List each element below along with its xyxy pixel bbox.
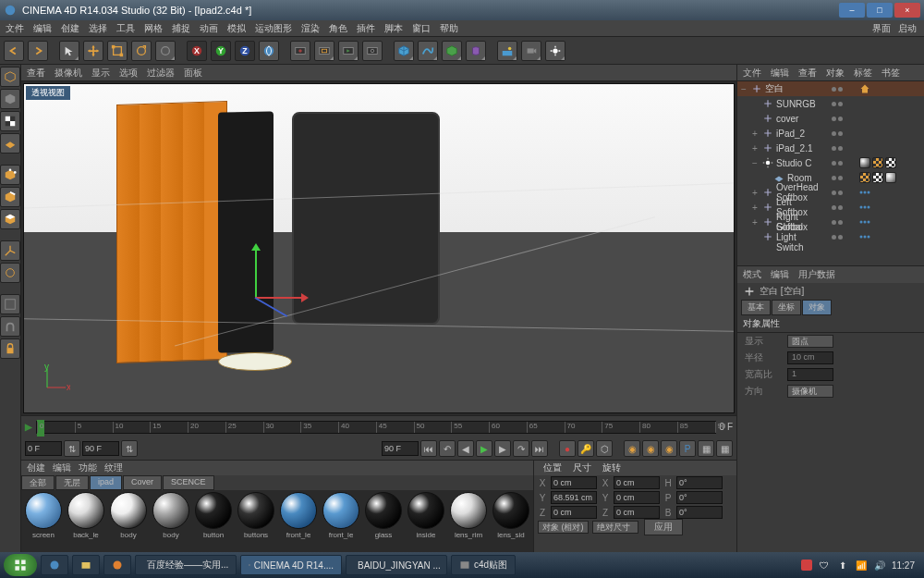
render-region[interactable] xyxy=(314,41,334,61)
visibility-dots[interactable] xyxy=(819,161,856,166)
menu-startup[interactable]: 启动 xyxy=(898,22,917,35)
mat-menu-create[interactable]: 创建 xyxy=(27,461,45,474)
object-tags[interactable] xyxy=(856,83,924,94)
axis-mode[interactable] xyxy=(0,240,20,261)
attr-value-input[interactable]: 10 cm xyxy=(787,351,833,364)
vp-options[interactable]: 选项 xyxy=(119,67,138,80)
attr-value-input[interactable]: 1 xyxy=(787,368,833,381)
object-tags[interactable] xyxy=(856,187,924,198)
material-layer-tab[interactable]: Cover xyxy=(123,475,162,490)
preview-end-input[interactable] xyxy=(382,441,419,456)
menu-window[interactable]: 窗口 xyxy=(412,22,431,35)
tag-icon[interactable] xyxy=(859,216,870,228)
z-axis-lock[interactable]: Z xyxy=(235,41,255,61)
tweak-toggle[interactable] xyxy=(0,263,20,283)
vp-filter[interactable]: 过滤器 xyxy=(147,67,175,80)
expand-toggle[interactable]: + xyxy=(752,203,761,213)
attr-select[interactable]: 摄像机 xyxy=(787,385,833,398)
menu-tools[interactable]: 工具 xyxy=(116,22,135,35)
expand-toggle[interactable]: + xyxy=(752,188,761,198)
visibility-dots[interactable] xyxy=(819,176,856,180)
pos-x-input[interactable] xyxy=(551,476,597,489)
material-layer-tab[interactable]: 无层 xyxy=(55,475,89,490)
rot-h-input[interactable] xyxy=(676,476,723,489)
key-selection-button[interactable]: ⬡ xyxy=(596,440,613,457)
menu-help[interactable]: 帮助 xyxy=(440,22,458,35)
material-item[interactable]: glass xyxy=(363,492,404,550)
close-button[interactable]: × xyxy=(894,3,920,18)
menu-file[interactable]: 文件 xyxy=(6,22,24,35)
tag-icon[interactable] xyxy=(885,172,896,183)
record-button[interactable]: ● xyxy=(559,440,576,457)
tray-icon[interactable] xyxy=(801,560,812,571)
key-pla-button[interactable]: ▦ xyxy=(698,440,714,457)
home-tag-icon[interactable] xyxy=(859,83,870,94)
mat-menu-edit[interactable]: 编辑 xyxy=(53,461,71,474)
object-tags[interactable] xyxy=(856,216,924,228)
object-tree-row[interactable]: +iPad_2 xyxy=(737,126,924,141)
tray-update-icon[interactable]: ⬆ xyxy=(836,559,849,572)
menu-mograph[interactable]: 运动图形 xyxy=(255,22,292,35)
expand-toggle[interactable]: + xyxy=(752,217,761,228)
material-item[interactable]: lens_sid xyxy=(491,492,531,550)
taskbar-app[interactable]: 百度经验——实用... xyxy=(135,555,237,575)
vp-camera[interactable]: 摄像机 xyxy=(55,67,82,80)
x-axis-lock[interactable]: X xyxy=(187,41,207,61)
make-editable[interactable] xyxy=(0,67,20,87)
object-tree-row[interactable]: −Studio C xyxy=(737,155,924,170)
menu-sim[interactable]: 模拟 xyxy=(227,22,246,35)
coord-apply-button[interactable]: 应用 xyxy=(644,519,683,535)
menu-create[interactable]: 创建 xyxy=(61,22,79,35)
taskbar-app[interactable]: BAIDU_JINGYAN ... xyxy=(346,555,447,575)
points-mode[interactable] xyxy=(0,165,20,185)
render-settings[interactable] xyxy=(362,41,383,61)
viewport[interactable]: 透视视图 xy xyxy=(23,83,735,413)
step-fwd-button[interactable]: ▶ xyxy=(494,440,511,457)
material-item[interactable]: front_le xyxy=(278,492,319,550)
snap-toggle[interactable] xyxy=(0,316,20,337)
step-back-button[interactable]: ◀ xyxy=(457,440,474,457)
key-opts-button[interactable]: ▦ xyxy=(716,440,733,457)
material-item[interactable]: body xyxy=(151,492,191,550)
timeline[interactable]: ▶ 051015202530354045505560657075808590 0… xyxy=(21,415,736,437)
material-layer-tab[interactable]: ipad xyxy=(90,475,122,490)
object-tags[interactable] xyxy=(856,157,924,168)
size-z-input[interactable] xyxy=(614,506,660,519)
vp-view[interactable]: 查看 xyxy=(27,67,45,80)
object-tree-row[interactable]: +OverHead Softbox xyxy=(737,185,924,200)
move-tool[interactable] xyxy=(83,41,103,61)
quicklaunch-wmp[interactable] xyxy=(103,555,131,575)
visibility-dots[interactable] xyxy=(819,220,856,225)
tag-icon[interactable] xyxy=(885,157,896,168)
key-scale-button[interactable]: ◉ xyxy=(642,440,659,457)
expand-toggle[interactable]: − xyxy=(741,84,750,94)
coord-size-mode-select[interactable]: 绝对尺寸 xyxy=(592,521,638,534)
goto-start-button[interactable]: ⏮ xyxy=(420,440,437,457)
object-tree-row[interactable]: +iPad_2.1 xyxy=(737,141,924,155)
pos-z-input[interactable] xyxy=(551,506,597,519)
material-layer-tab[interactable]: 全部 xyxy=(21,475,55,490)
visibility-dots[interactable] xyxy=(819,146,856,151)
quicklaunch-ie[interactable] xyxy=(41,555,68,575)
object-tree-row[interactable]: SUNRGB xyxy=(737,96,924,111)
tag-icon[interactable] xyxy=(859,187,870,198)
object-tree-row[interactable]: −空白 xyxy=(737,81,924,96)
add-primitive[interactable] xyxy=(394,41,414,61)
timeline-scale[interactable]: 051015202530354045505560657075808590 xyxy=(36,421,716,434)
menu-anim[interactable]: 动画 xyxy=(200,22,218,35)
coord-tab-pos[interactable]: 位置 xyxy=(543,461,562,474)
coord-tab-size[interactable]: 尺寸 xyxy=(573,461,591,474)
edges-mode[interactable] xyxy=(0,187,20,207)
material-item[interactable]: lens_rim xyxy=(448,492,489,550)
model-mode[interactable] xyxy=(0,89,20,109)
material-item[interactable]: button xyxy=(193,492,234,550)
object-tree-row[interactable]: Global Light Switch xyxy=(737,229,924,244)
size-y-input[interactable] xyxy=(614,491,660,504)
object-tree-row[interactable]: +Left Softbox xyxy=(737,200,924,215)
object-tree-row[interactable]: +RIght Softbox xyxy=(737,215,924,229)
tray-shield-icon[interactable]: 🛡 xyxy=(818,559,831,572)
om-obj[interactable]: 对象 xyxy=(826,67,845,80)
add-generator[interactable] xyxy=(442,41,462,61)
lock-toggle[interactable] xyxy=(0,338,20,359)
vp-panel[interactable]: 面板 xyxy=(184,67,202,80)
